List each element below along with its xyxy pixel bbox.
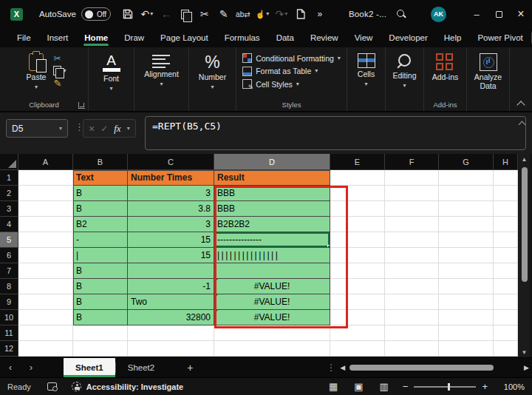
cell-C3[interactable]: 3.8 bbox=[128, 201, 214, 217]
conditional-formatting-button[interactable]: Conditional Formatting▾ bbox=[242, 53, 341, 63]
cell-B3[interactable]: B bbox=[73, 201, 128, 217]
cell-F7[interactable] bbox=[385, 263, 439, 279]
insert-function-button[interactable]: fx bbox=[114, 123, 120, 135]
column-header-B[interactable]: B bbox=[73, 154, 128, 170]
macro-record-icon[interactable] bbox=[47, 382, 57, 391]
number-menu-button[interactable]: % Number ▾ bbox=[194, 52, 231, 92]
page-layout-view-button[interactable]: ▣ bbox=[346, 381, 371, 392]
cell-C8[interactable]: -1 bbox=[128, 279, 214, 294]
name-box[interactable]: D5 ▾ bbox=[6, 119, 68, 138]
copy-small-button[interactable]: ▾ bbox=[53, 66, 66, 75]
prev-sheet-button[interactable]: ‹ bbox=[0, 362, 21, 373]
cell-B5[interactable]: - bbox=[73, 232, 128, 248]
menu-tab-developer[interactable]: Developer bbox=[381, 30, 435, 47]
row-header-1[interactable]: 1 bbox=[0, 170, 18, 186]
cell-F8[interactable] bbox=[385, 279, 439, 294]
zoom-in-button[interactable]: + bbox=[476, 381, 494, 392]
format-painter-button[interactable]: ✎ bbox=[53, 78, 66, 89]
format-as-table-button[interactable]: Format as Table▾ bbox=[242, 67, 318, 76]
cell-G1[interactable] bbox=[439, 170, 494, 186]
name-box-chevron-icon[interactable]: ▾ bbox=[59, 126, 62, 132]
cell-C10[interactable]: 32800 bbox=[128, 310, 214, 325]
menu-tab-draw[interactable]: Draw bbox=[116, 30, 152, 47]
redo-button[interactable]: ↷▾ bbox=[273, 5, 290, 23]
cell-D1[interactable]: Result bbox=[214, 170, 330, 186]
column-header-C[interactable]: C bbox=[128, 154, 214, 170]
column-header-A[interactable]: A bbox=[18, 154, 73, 170]
row-header-2[interactable]: 2 bbox=[0, 186, 18, 201]
cell-B7[interactable]: B bbox=[73, 263, 128, 279]
cell-H6[interactable] bbox=[494, 248, 518, 263]
cell-G10[interactable] bbox=[439, 310, 494, 325]
cell-B10[interactable]: B bbox=[73, 310, 128, 325]
confirm-entry-button[interactable]: ✓ bbox=[100, 124, 108, 134]
cell-A11[interactable] bbox=[18, 325, 73, 341]
formula-input[interactable]: =REPT(B5,C5) bbox=[145, 116, 526, 150]
undo-button[interactable]: ↶▾ bbox=[139, 5, 155, 23]
row-header-5[interactable]: 5 bbox=[0, 232, 18, 248]
cell-A3[interactable] bbox=[18, 201, 73, 217]
horizontal-scroll-track[interactable] bbox=[349, 364, 519, 371]
qat-overflow-button[interactable]: » bbox=[312, 5, 328, 23]
cancel-entry-button[interactable]: × bbox=[89, 123, 95, 135]
cell-B4[interactable]: B2 bbox=[73, 217, 128, 232]
cell-H12[interactable] bbox=[494, 341, 518, 357]
next-sheet-button[interactable]: › bbox=[21, 362, 41, 373]
maximize-button[interactable] bbox=[488, 0, 510, 28]
column-header-H[interactable]: H bbox=[494, 154, 518, 170]
cell-H8[interactable] bbox=[494, 279, 518, 294]
menu-tab-home[interactable]: Home bbox=[76, 30, 116, 47]
save-button[interactable] bbox=[120, 5, 136, 23]
sheet-tab-sheet1[interactable]: Sheet1 bbox=[64, 358, 115, 377]
menu-tab-insert[interactable]: Insert bbox=[39, 30, 77, 47]
cell-F1[interactable] bbox=[385, 170, 439, 186]
cell-A4[interactable] bbox=[18, 217, 73, 232]
cell-F9[interactable] bbox=[385, 294, 439, 310]
autosave-switch[interactable]: Off bbox=[81, 7, 111, 21]
cell-A6[interactable] bbox=[18, 248, 73, 263]
add-sheet-button[interactable]: + bbox=[187, 362, 193, 374]
horizontal-scrollbar[interactable]: ⋮ ◀ ▶ bbox=[327, 362, 529, 373]
cell-B2[interactable]: B bbox=[73, 186, 128, 201]
cell-C7[interactable] bbox=[128, 263, 214, 279]
cell-D12[interactable] bbox=[214, 341, 330, 357]
autosave-toggle[interactable]: AutoSave Off bbox=[39, 7, 111, 21]
cell-G6[interactable] bbox=[439, 248, 494, 263]
cell-F6[interactable] bbox=[385, 248, 439, 263]
cell-G3[interactable] bbox=[439, 201, 494, 217]
select-all-button[interactable] bbox=[0, 154, 18, 170]
scroll-right-icon[interactable]: ▶ bbox=[524, 364, 529, 371]
cell-B9[interactable]: B bbox=[73, 294, 128, 310]
menu-tab-view[interactable]: View bbox=[347, 30, 381, 47]
cell-B11[interactable] bbox=[73, 325, 128, 341]
close-button[interactable]: × bbox=[510, 0, 532, 28]
avatar[interactable]: AK bbox=[431, 7, 446, 22]
menu-tab-file[interactable]: File bbox=[9, 30, 39, 47]
cell-B6[interactable]: | bbox=[73, 248, 128, 263]
normal-view-button[interactable]: ▦ bbox=[321, 381, 346, 392]
row-header-3[interactable]: 3 bbox=[0, 201, 18, 217]
clipboard-dialog-launcher[interactable] bbox=[78, 102, 85, 109]
editing-menu-button[interactable]: Editing ▾ bbox=[388, 52, 420, 90]
menu-tab-formulas[interactable]: Formulas bbox=[216, 30, 268, 47]
search-icon[interactable] bbox=[397, 10, 406, 18]
vertical-scroll-thumb[interactable] bbox=[522, 167, 528, 282]
menu-tab-data[interactable]: Data bbox=[268, 30, 302, 47]
ink-button[interactable]: ✎ bbox=[216, 5, 232, 23]
cells-menu-button[interactable]: Cells ▾ bbox=[353, 52, 380, 89]
cell-G8[interactable] bbox=[439, 279, 494, 294]
cell-A1[interactable] bbox=[18, 170, 73, 186]
column-header-D[interactable]: D bbox=[214, 154, 330, 170]
alignment-menu-button[interactable]: Alignment ▾ bbox=[140, 52, 183, 89]
row-header-8[interactable]: 8 bbox=[0, 279, 18, 294]
cell-B12[interactable] bbox=[73, 341, 128, 357]
scroll-up-icon[interactable]: ▲ bbox=[519, 154, 530, 164]
cell-H5[interactable] bbox=[494, 232, 518, 248]
cell-G7[interactable] bbox=[439, 263, 494, 279]
cell-A10[interactable] bbox=[18, 310, 73, 325]
touch-mode-button[interactable]: ☝▾ bbox=[254, 5, 270, 23]
cell-C11[interactable] bbox=[128, 325, 214, 341]
cell-A7[interactable] bbox=[18, 263, 73, 279]
cell-G2[interactable] bbox=[439, 186, 494, 201]
cell-G12[interactable] bbox=[439, 341, 494, 357]
